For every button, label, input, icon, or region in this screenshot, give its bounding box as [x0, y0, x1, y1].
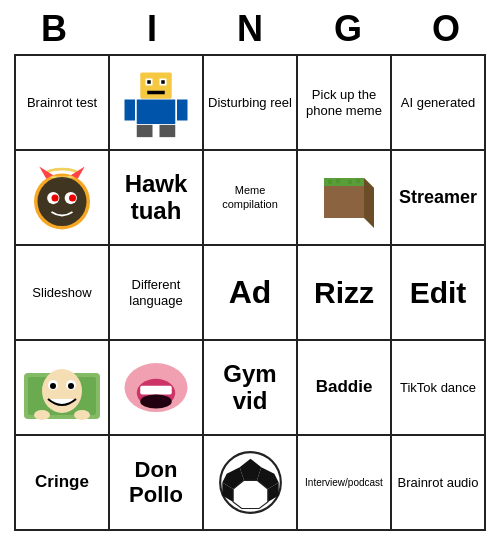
pink-shape-icon — [121, 358, 191, 418]
cell-text-2-4: Edit — [410, 275, 467, 311]
svg-rect-5 — [147, 90, 165, 94]
cell-0-2: Disturbing reel — [204, 56, 298, 151]
cell-text-4-1: Don Pollo — [114, 458, 198, 506]
svg-rect-6 — [137, 99, 176, 124]
cell-1-2: Meme compilation — [204, 151, 298, 246]
cell-4-0: Cringe — [16, 436, 110, 531]
cell-2-4: Edit — [392, 246, 486, 341]
bingo-header: B I N G O — [5, 0, 495, 54]
letter-o: O — [401, 8, 491, 50]
cell-0-3: Pick up the phone meme — [298, 56, 392, 151]
svg-rect-26 — [348, 180, 352, 184]
cell-text-2-2: Ad — [229, 273, 272, 311]
cell-text-2-1: Different language — [114, 277, 198, 308]
cell-text-3-2: Gym vid — [208, 361, 292, 414]
cell-text-4-3: Interview/podcast — [305, 477, 383, 489]
letter-n: N — [205, 8, 295, 50]
svg-point-30 — [42, 369, 82, 413]
cell-text-3-4: TikTok dance — [400, 380, 476, 396]
cell-2-2: Ad — [204, 246, 298, 341]
cell-1-0 — [16, 151, 110, 246]
cell-1-3 — [298, 151, 392, 246]
svg-marker-22 — [364, 178, 374, 228]
cell-text-0-0: Brainrot test — [27, 95, 97, 111]
svg-rect-3 — [147, 80, 151, 84]
cell-3-0 — [16, 341, 110, 436]
cell-text-0-2: Disturbing reel — [208, 95, 292, 111]
svg-point-15 — [38, 177, 87, 226]
svg-rect-7 — [125, 99, 136, 120]
svg-rect-9 — [137, 124, 153, 136]
letter-b: B — [9, 8, 99, 50]
cell-3-1 — [110, 341, 204, 436]
svg-point-19 — [69, 194, 76, 201]
svg-rect-10 — [160, 124, 176, 136]
minecraft-icon — [314, 168, 374, 228]
cell-text-2-0: Slideshow — [32, 285, 91, 301]
svg-rect-27 — [356, 179, 360, 183]
cell-2-0: Slideshow — [16, 246, 110, 341]
svg-rect-0 — [140, 72, 172, 98]
cell-text-4-0: Cringe — [35, 472, 89, 492]
svg-point-34 — [68, 383, 74, 389]
cell-3-3: Baddie — [298, 341, 392, 436]
letter-i: I — [107, 8, 197, 50]
cell-text-4-4: Brainrot audio — [398, 475, 479, 491]
svg-point-33 — [50, 383, 56, 389]
cell-0-0: Brainrot test — [16, 56, 110, 151]
cell-2-3: Rizz — [298, 246, 392, 341]
svg-point-18 — [52, 194, 59, 201]
svg-point-40 — [140, 394, 172, 408]
cell-text-3-3: Baddie — [316, 377, 373, 397]
cell-4-4: Brainrot audio — [392, 436, 486, 531]
soccer-ball-icon — [218, 450, 283, 515]
roblox-icon — [121, 68, 191, 138]
svg-point-36 — [74, 410, 90, 420]
cell-text-1-1: Hawk tuah — [114, 171, 198, 224]
svg-rect-8 — [177, 99, 188, 120]
cell-3-2: Gym vid — [204, 341, 298, 436]
dollar-meme-icon — [22, 353, 102, 423]
cell-text-1-2: Meme compilation — [208, 184, 292, 210]
cell-4-1: Don Pollo — [110, 436, 204, 531]
cell-2-1: Different language — [110, 246, 204, 341]
cell-1-4: Streamer — [392, 151, 486, 246]
cell-3-4: TikTok dance — [392, 341, 486, 436]
svg-rect-24 — [328, 180, 332, 184]
cell-text-1-4: Streamer — [399, 187, 477, 209]
svg-rect-4 — [161, 80, 165, 84]
cell-4-2 — [204, 436, 298, 531]
hawk-tuah-icon — [27, 163, 97, 233]
cell-1-1: Hawk tuah — [110, 151, 204, 246]
cell-text-0-3: Pick up the phone meme — [302, 87, 386, 118]
svg-rect-25 — [336, 179, 340, 183]
cell-0-4: AI generated — [392, 56, 486, 151]
svg-point-35 — [34, 410, 50, 420]
cell-0-1 — [110, 56, 204, 151]
letter-g: G — [303, 8, 393, 50]
cell-text-2-3: Rizz — [314, 275, 374, 311]
svg-rect-39 — [140, 385, 172, 394]
cell-4-3: Interview/podcast — [298, 436, 392, 531]
bingo-grid: Brainrot test Disturbing reel — [14, 54, 486, 531]
cell-text-0-4: AI generated — [401, 95, 475, 111]
